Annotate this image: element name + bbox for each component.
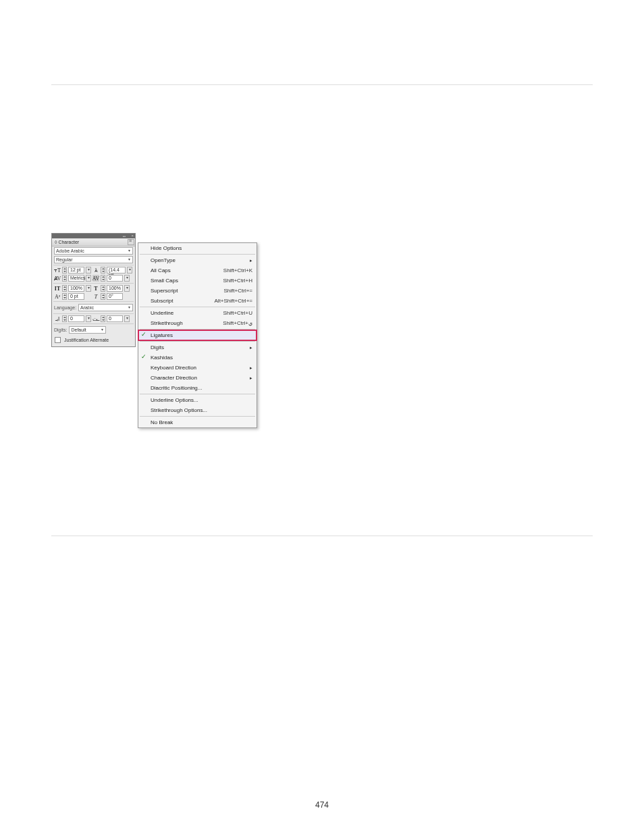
d1-spinner[interactable]: [62, 315, 67, 322]
separator: [53, 313, 134, 314]
arabic-icon-2: ـت: [92, 315, 99, 322]
vscale-input[interactable]: 100%: [68, 285, 84, 292]
digits-dropdown[interactable]: Default ▾: [69, 326, 106, 334]
tracking-input[interactable]: 0: [107, 275, 123, 282]
separator: [53, 283, 134, 284]
baseline-icon: Aª: [54, 293, 61, 300]
leading-dropdown[interactable]: ▾: [127, 267, 132, 273]
panel-topbar: •• ×: [52, 234, 135, 238]
skew-icon: T: [92, 293, 99, 300]
menu-no-break[interactable]: No Break: [138, 417, 257, 427]
kerning-dropdown[interactable]: ▾: [86, 275, 91, 282]
menu-strikethrough[interactable]: Strikethrough Shift+Ctrl+ي: [138, 318, 257, 328]
leading-icon: ᴀ̂: [92, 267, 99, 273]
justification-checkbox[interactable]: [55, 337, 61, 343]
panel-title-bar: ◊ Character: [52, 238, 135, 246]
digits-label: Digits:: [54, 328, 67, 332]
tracking-icon: AV: [92, 275, 99, 282]
menu-underline-options[interactable]: Underline Options...: [138, 395, 257, 405]
language-value: Arabic: [80, 305, 94, 310]
menu-character-direction[interactable]: Character Direction ▸: [138, 373, 257, 383]
menu-diacritic-positioning[interactable]: Diacritic Positioning...: [138, 383, 257, 393]
menu-digits[interactable]: Digits ▸: [138, 342, 257, 353]
kerning-input[interactable]: Metrics: [68, 275, 84, 282]
divider-bottom: [51, 536, 593, 536]
submenu-arrow-icon: ▸: [250, 375, 252, 381]
justification-label: Justification Alternate: [64, 338, 109, 342]
font-style-value: Regular: [56, 257, 73, 262]
d2-dropdown[interactable]: ▾: [124, 315, 130, 322]
close-icon[interactable]: ×: [131, 234, 134, 238]
menu-all-caps[interactable]: All Caps Shift+Ctrl+K: [138, 265, 257, 276]
menu-strikethrough-options[interactable]: Strikethrough Options...: [138, 405, 257, 415]
d1-dropdown[interactable]: ▾: [86, 315, 91, 322]
font-size-dropdown[interactable]: ▾: [86, 267, 91, 273]
baseline-spinner[interactable]: [62, 293, 67, 300]
panel-title: ◊ Character: [55, 240, 79, 244]
language-dropdown[interactable]: Arabic ▾: [78, 304, 133, 311]
font-size-input[interactable]: 12 pt: [68, 267, 84, 273]
menu-underline[interactable]: Underline Shift+Ctrl+U: [138, 308, 257, 318]
chevron-down-icon: ▾: [127, 257, 132, 262]
hscale-input[interactable]: 100%: [107, 285, 123, 292]
menu-hide-options[interactable]: Hide Options: [138, 243, 257, 253]
language-label: Language:: [54, 305, 76, 310]
arabic-icon-1: ابـ: [54, 315, 61, 322]
vscale-spinner[interactable]: [62, 285, 67, 292]
chevron-down-icon: ▾: [127, 249, 132, 253]
kerning-icon: A̷V: [54, 275, 61, 282]
leading-input[interactable]: (14.4 pt): [107, 267, 126, 273]
flyout-menu-button[interactable]: [128, 239, 134, 245]
d1-input[interactable]: 0: [68, 315, 84, 322]
menu-separator: [140, 307, 255, 307]
skew-spinner[interactable]: [101, 293, 105, 300]
divider-top: [51, 84, 593, 85]
digits-value: Default: [71, 328, 86, 332]
vscale-dropdown[interactable]: ▾: [86, 285, 91, 292]
tracking-spinner[interactable]: [101, 275, 105, 282]
separator: [53, 323, 134, 324]
menu-keyboard-direction[interactable]: Keyboard Direction ▸: [138, 363, 257, 373]
vscale-icon: IT: [54, 285, 61, 292]
submenu-arrow-icon: ▸: [250, 365, 252, 371]
font-family-dropdown[interactable]: Adobe Arabic ▾: [54, 247, 133, 255]
hscale-spinner[interactable]: [101, 285, 105, 292]
d2-spinner[interactable]: [101, 315, 105, 322]
submenu-arrow-icon: ▸: [250, 345, 252, 350]
menu-subscript[interactable]: Subscript Alt+Shift+Ctrl+=: [138, 296, 257, 306]
chevron-down-icon: ▾: [127, 305, 132, 310]
d2-input[interactable]: 0: [107, 315, 123, 322]
menu-kashidas[interactable]: Kashidas: [138, 353, 257, 363]
character-panel: •• × ◊ Character Adobe Arabic ▾ Regular …: [51, 233, 136, 347]
menu-separator: [140, 394, 255, 394]
menu-separator: [140, 254, 255, 255]
menu-separator: [140, 416, 255, 417]
menu-small-caps[interactable]: Small Caps Shift+Ctrl+H: [138, 276, 257, 286]
menu-ligatures[interactable]: Ligatures: [138, 330, 257, 340]
menu-superscript[interactable]: Superscript Shift+Ctrl+=: [138, 286, 257, 296]
font-size-icon: ᴛT: [54, 267, 61, 273]
font-family-value: Adobe Arabic: [56, 249, 84, 253]
font-style-dropdown[interactable]: Regular ▾: [54, 256, 133, 263]
separator: [53, 265, 134, 265]
submenu-arrow-icon: ▸: [250, 258, 252, 263]
character-flyout-menu: Hide Options OpenType ▸ All Caps Shift+C…: [138, 242, 257, 428]
skew-input[interactable]: 0°: [107, 293, 123, 300]
hscale-icon: T: [92, 285, 99, 292]
menu-separator: [140, 341, 255, 342]
separator: [53, 301, 134, 302]
page-number: 474: [0, 800, 644, 810]
baseline-input[interactable]: 0 pt: [68, 293, 84, 300]
tracking-dropdown[interactable]: ▾: [124, 275, 130, 282]
menu-opentype[interactable]: OpenType ▸: [138, 255, 257, 265]
hscale-dropdown[interactable]: ▾: [124, 285, 130, 292]
menu-separator: [140, 329, 255, 330]
kerning-spinner[interactable]: [62, 275, 67, 282]
leading-spinner[interactable]: [101, 267, 105, 273]
chevron-down-icon: ▾: [100, 328, 105, 332]
font-size-spinner[interactable]: [62, 267, 67, 273]
